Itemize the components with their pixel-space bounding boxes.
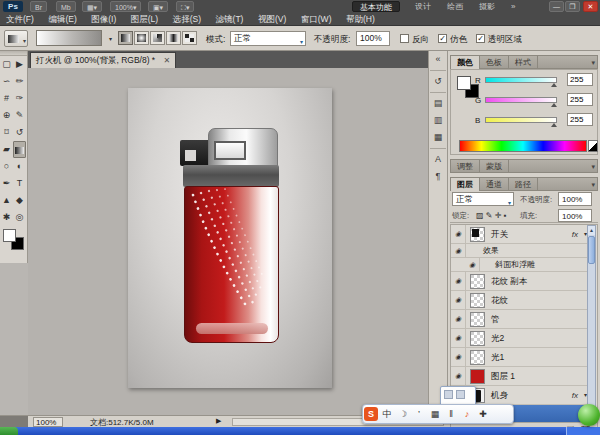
red-slider-thumb[interactable]: [551, 83, 557, 87]
zoom-percent-field[interactable]: 100%: [33, 417, 63, 427]
tab-color[interactable]: 颜色: [451, 56, 480, 69]
layer-row-effects[interactable]: ◉ 效果: [451, 244, 592, 258]
status-flyout-icon[interactable]: ▶: [216, 417, 221, 425]
custom-shape-tool[interactable]: ◆: [13, 192, 26, 209]
music-icon[interactable]: ♪: [459, 405, 475, 423]
scroll-up-icon[interactable]: ▲: [588, 226, 595, 235]
red-value-field[interactable]: [567, 73, 593, 86]
blue-value-field[interactable]: [567, 113, 593, 126]
brush-tool[interactable]: ✎: [13, 107, 26, 124]
layer-row-pattern-copy[interactable]: ◉ 花纹 副本: [451, 272, 592, 291]
workspace-photo[interactable]: 摄影: [472, 1, 502, 12]
layer-fill-field[interactable]: 100%: [558, 209, 592, 222]
dither-checkbox[interactable]: ✓: [438, 34, 447, 43]
workspace-basic[interactable]: 基本功能: [352, 1, 400, 12]
layer-row-pattern[interactable]: ◉ 花纹: [451, 291, 592, 310]
move-tool[interactable]: ▶: [13, 56, 26, 73]
close-button[interactable]: ✕: [583, 1, 598, 12]
punctuation-icon[interactable]: ’: [411, 405, 427, 423]
layer-row-light2[interactable]: ◉ 光2: [451, 329, 592, 348]
layer-row-bevel-emboss[interactable]: ◉ 斜面和浮雕: [451, 258, 592, 272]
blur-tool[interactable]: ○: [0, 158, 13, 175]
workspace-overflow[interactable]: »: [504, 1, 522, 12]
menu-window[interactable]: 窗口(W): [295, 13, 338, 26]
scrollbar-thumb[interactable]: [588, 236, 595, 264]
foreground-color-swatch[interactable]: [457, 76, 471, 90]
layer-comps-panel-icon[interactable]: ▦: [429, 129, 447, 146]
blend-mode-select[interactable]: 正常 ▾: [230, 31, 306, 46]
fx-badge[interactable]: fx: [572, 386, 578, 405]
green-slider-thumb[interactable]: [551, 103, 557, 107]
system-tray[interactable]: [566, 427, 600, 435]
visibility-toggle[interactable]: ◉: [451, 348, 466, 366]
history-brush-tool[interactable]: ↺: [13, 124, 26, 141]
pasteboard[interactable]: [28, 68, 428, 415]
toolbox-icon[interactable]: ✚: [475, 405, 491, 423]
layer-thumbnail[interactable]: [470, 350, 485, 365]
menu-help[interactable]: 帮助(H): [340, 13, 381, 26]
radial-gradient-button[interactable]: [134, 31, 149, 45]
maximize-button[interactable]: ❐: [565, 1, 580, 12]
spectrum-endcap[interactable]: [588, 140, 598, 152]
view-extras-icon[interactable]: ▦▾: [82, 1, 102, 12]
zoom-level-dropdown[interactable]: 100%▾: [110, 1, 141, 12]
layer-blend-mode-select[interactable]: 正常 ▾: [452, 192, 514, 206]
menu-view[interactable]: 视图(V): [252, 13, 292, 26]
pen-tool[interactable]: ✒: [0, 175, 13, 192]
rectangular-marquee-tool[interactable]: ▢: [0, 56, 13, 73]
visibility-toggle[interactable]: ◉: [451, 367, 466, 385]
menu-filter[interactable]: 滤镜(T): [210, 13, 250, 26]
green-slider[interactable]: [485, 97, 557, 103]
clone-source-panel-icon[interactable]: ▥: [429, 112, 447, 129]
screen-mode-icon[interactable]: ⛶▾: [176, 1, 194, 12]
visibility-toggle[interactable]: ◉: [451, 329, 466, 347]
workspace-paint[interactable]: 绘画: [440, 1, 470, 12]
panel-menu-icon[interactable]: ▾: [591, 181, 595, 189]
quick-selection-tool[interactable]: ✏: [13, 73, 26, 90]
layer-opacity-field[interactable]: 100%: [558, 192, 592, 206]
soft-keyboard-icon[interactable]: ▦: [427, 405, 443, 423]
layer-thumbnail[interactable]: [470, 293, 485, 308]
chinese-mode-icon[interactable]: 中: [379, 405, 395, 423]
opacity-field[interactable]: 100%: [356, 31, 390, 46]
lock-icons[interactable]: ▨ ✎ ✛ ▪: [476, 211, 506, 220]
eyedropper-tool[interactable]: ✑: [13, 90, 26, 107]
tab-styles[interactable]: 样式: [509, 56, 538, 69]
split-icon[interactable]: ‖: [443, 405, 459, 423]
menu-image[interactable]: 图像(I): [85, 13, 122, 26]
tab-close-icon[interactable]: ✕: [164, 56, 171, 65]
arrange-documents-icon[interactable]: ▣▾: [148, 1, 168, 12]
visibility-toggle[interactable]: ◉: [451, 291, 466, 309]
visibility-toggle[interactable]: ◉: [465, 258, 480, 271]
mini-bridge-icon[interactable]: Mb: [56, 1, 76, 12]
tab-swatches[interactable]: 色板: [480, 56, 509, 69]
tab-channels[interactable]: 通道: [480, 178, 509, 191]
bridge-icon[interactable]: Br: [30, 1, 47, 12]
color-spectrum-ramp[interactable]: [459, 140, 587, 152]
document-canvas[interactable]: [128, 88, 332, 388]
windows-taskbar[interactable]: [0, 427, 600, 435]
visibility-toggle[interactable]: ◉: [451, 272, 466, 290]
layer-row-tube[interactable]: ◉ 管: [451, 310, 592, 329]
visibility-toggle[interactable]: ◉: [451, 225, 466, 243]
layers-scrollbar[interactable]: ▲ ▼: [587, 225, 596, 422]
layer-thumbnail[interactable]: [470, 369, 485, 384]
panel-menu-icon[interactable]: ▾: [591, 163, 595, 171]
eraser-tool[interactable]: ▰: [0, 141, 13, 158]
menu-select[interactable]: 选择(S): [167, 13, 207, 26]
layer-thumbnail[interactable]: [470, 331, 485, 346]
layer-thumbnail[interactable]: [470, 312, 485, 327]
linear-gradient-button[interactable]: [118, 31, 133, 45]
crop-tool[interactable]: #: [0, 90, 13, 107]
layer-thumbnail[interactable]: [470, 274, 485, 289]
red-slider[interactable]: [485, 77, 557, 83]
tab-masks[interactable]: 蒙版: [480, 160, 509, 173]
zoom-tool[interactable]: ◎: [13, 209, 26, 226]
sogou-logo-icon[interactable]: S: [364, 407, 378, 421]
ime-sphere-icon[interactable]: [578, 404, 600, 426]
brush-panel-icon[interactable]: ▤: [429, 95, 447, 112]
gradient-tool[interactable]: [13, 141, 26, 158]
tab-adjustments[interactable]: 调整: [451, 160, 480, 173]
gradient-preview[interactable]: ▾: [36, 30, 102, 46]
layer-row-light1[interactable]: ◉ 光1: [451, 348, 592, 367]
